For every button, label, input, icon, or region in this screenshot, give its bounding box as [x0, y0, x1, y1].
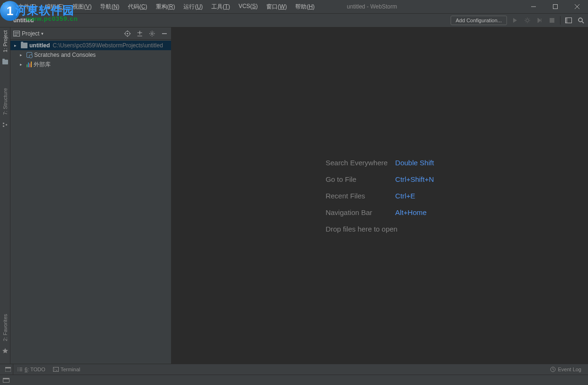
statusbar — [0, 375, 588, 385]
menu-vcs[interactable]: VCS(S) — [235, 1, 262, 13]
tree-external-label: 外部库 — [34, 61, 51, 69]
svg-rect-0 — [553, 5, 558, 9]
add-configuration-button[interactable]: Add Configuration... — [451, 16, 507, 25]
debug-icon[interactable] — [523, 16, 532, 25]
structure-tab-icon — [2, 122, 9, 128]
maximize-button[interactable] — [544, 0, 566, 13]
svg-point-15 — [151, 33, 153, 35]
tree-root-path: C:\Users\pc0359\WebstormProjects\untitle… — [53, 42, 163, 49]
toolwindows-toggle-icon[interactable] — [3, 378, 9, 383]
chevron-down-icon: ▾ — [41, 31, 44, 36]
tab-project-label: 1: Project — [2, 30, 8, 52]
project-tab-icon — [2, 59, 9, 65]
scratches-icon — [27, 52, 32, 58]
layout-settings-icon[interactable] — [564, 16, 573, 25]
toolbar-right: Add Configuration... — [451, 16, 585, 25]
bottom-gutter — [3, 364, 13, 375]
close-button[interactable] — [566, 0, 588, 13]
menu-window[interactable]: 窗口(W) — [262, 1, 290, 13]
app-icon: WS — [3, 3, 10, 10]
expand-arrow-icon[interactable]: ▸ — [14, 43, 19, 48]
tab-favorites[interactable]: 2: Favorites — [2, 314, 8, 341]
hint-recent-key: Ctrl+E — [395, 192, 434, 200]
project-panel-label: Project — [22, 30, 39, 37]
menu-file[interactable]: 文件(F) — [14, 1, 40, 13]
project-panel-title[interactable]: Project ▾ — [13, 30, 44, 37]
svg-point-14 — [127, 33, 128, 34]
run-with-coverage-icon[interactable] — [535, 16, 544, 25]
breadcrumb[interactable]: untitled — [3, 17, 451, 24]
svg-rect-8 — [6, 124, 7, 125]
project-icon — [13, 31, 20, 36]
menu-help[interactable]: 帮助(H) — [291, 1, 318, 13]
hide-panel-icon[interactable] — [161, 30, 168, 37]
locate-icon[interactable] — [124, 30, 131, 37]
hint-gotofile-label: Go to File — [326, 175, 388, 183]
collapse-all-icon[interactable] — [136, 30, 144, 37]
favorites-tab-icon — [2, 348, 9, 354]
hint-search-key: Double Shift — [395, 159, 434, 167]
search-everywhere-icon[interactable] — [577, 16, 585, 25]
event-log-icon — [550, 367, 556, 372]
svg-rect-2 — [550, 18, 554, 23]
project-tree: ▸ untitled C:\Users\pc0359\WebstormProje… — [10, 40, 171, 70]
svg-rect-12 — [14, 35, 17, 36]
menu-edit[interactable]: 编辑(E) — [41, 1, 68, 13]
folder-icon — [21, 43, 27, 48]
menu-view[interactable]: 视图(V) — [69, 1, 95, 13]
run-icon[interactable] — [511, 16, 519, 25]
hint-gotofile-key: Ctrl+Shift+N — [395, 175, 434, 183]
svg-point-1 — [526, 19, 529, 22]
hint-navbar-label: Navigation Bar — [326, 208, 388, 216]
tab-event-log-label: Event Log — [558, 367, 581, 372]
expand-arrow-icon[interactable]: ▸ — [20, 53, 25, 57]
tree-root[interactable]: ▸ untitled C:\Users\pc0359\WebstormProje… — [10, 41, 171, 50]
hint-search-label: Search Everywhere — [326, 159, 388, 167]
tab-structure-label: 7: Structure — [2, 88, 8, 115]
tab-favorites-label: 2: Favorites — [2, 314, 8, 341]
svg-rect-11 — [14, 34, 19, 34]
tree-scratches[interactable]: ▸ Scratches and Consoles — [10, 50, 171, 60]
svg-rect-10 — [14, 32, 19, 33]
settings-icon[interactable] — [148, 30, 156, 37]
svg-rect-4 — [566, 18, 568, 23]
shortcut-hints: Search Everywhere Double Shift Go to Fil… — [326, 159, 434, 233]
menu-refactor[interactable]: 重构(R) — [152, 1, 179, 13]
tab-event-log[interactable]: Event Log — [546, 367, 585, 372]
terminal-icon — [53, 367, 59, 372]
main-area: 1: Project 7: Structure 2: Favorites Pro… — [0, 27, 588, 364]
menu-code[interactable]: 代码(C) — [124, 1, 151, 13]
tab-project[interactable]: 1: Project — [2, 30, 8, 52]
menubar: 文件(F) 编辑(E) 视图(V) 导航(N) 代码(C) 重构(R) 运行(U… — [14, 1, 318, 13]
bottom-toolbar: 6: 6: TODOTODO Terminal Event Log — [0, 364, 588, 375]
stop-icon[interactable] — [548, 16, 556, 25]
tab-todo[interactable]: 6: 6: TODOTODO — [13, 367, 49, 372]
tree-external-libs[interactable]: ▸ 外部库 — [10, 60, 171, 69]
titlebar: WS 文件(F) 编辑(E) 视图(V) 导航(N) 代码(C) 重构(R) 运… — [0, 0, 588, 13]
project-panel-header: Project ▾ — [10, 27, 171, 40]
svg-point-5 — [579, 18, 582, 22]
menu-run[interactable]: 运行(U) — [180, 1, 207, 13]
menu-tools[interactable]: 工具(T) — [208, 1, 234, 13]
tree-scratches-label: Scratches and Consoles — [34, 52, 96, 58]
expand-arrow-icon[interactable]: ▸ — [20, 62, 25, 67]
toolwindow-list-icon[interactable] — [5, 367, 11, 372]
external-libs-icon — [27, 62, 32, 67]
todo-icon — [17, 367, 23, 372]
project-panel-tools — [124, 30, 168, 37]
tab-structure[interactable]: 7: Structure — [2, 88, 8, 115]
hint-navbar-key: Alt+Home — [395, 208, 434, 216]
window-title: untitled - WebStorm — [318, 3, 523, 10]
tree-root-name: untitled — [29, 42, 50, 49]
hint-drop: Drop files here to open — [326, 225, 434, 233]
navbar: untitled Add Configuration... — [0, 13, 588, 27]
hint-recent-label: Recent Files — [326, 192, 388, 200]
editor-empty-state[interactable]: Search Everywhere Double Shift Go to Fil… — [172, 27, 588, 364]
minimize-button[interactable] — [523, 0, 544, 13]
menu-navigate[interactable]: 导航(N) — [96, 1, 123, 13]
svg-rect-6 — [3, 123, 4, 124]
svg-rect-7 — [3, 125, 4, 127]
left-gutter: 1: Project 7: Structure 2: Favorites — [0, 27, 10, 364]
tab-terminal[interactable]: Terminal — [49, 367, 84, 372]
window-controls — [523, 0, 588, 13]
